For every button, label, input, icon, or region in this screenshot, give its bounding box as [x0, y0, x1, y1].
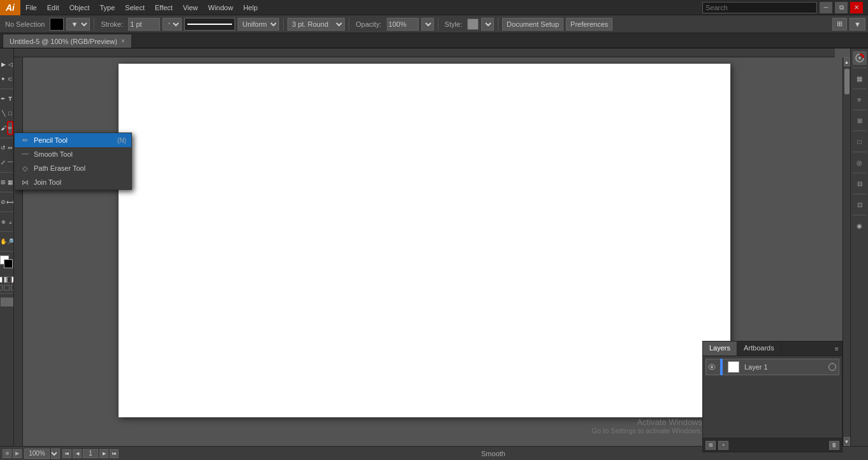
last-page-btn[interactable]: ⏭	[110, 449, 119, 458]
menu-file[interactable]: File	[20, 0, 42, 15]
layers-panel: Layers Artboards ≡ Layer 1 ⊞ + 🗑	[702, 341, 843, 452]
vertical-scrollbar[interactable]: ▲ ▼	[843, 57, 850, 446]
scale-tool-btn[interactable]: ⤢	[0, 155, 6, 169]
smooth-icon: 〰	[20, 149, 30, 159]
magic-wand-tool-btn[interactable]: ✦	[0, 72, 6, 86]
status-icon-2[interactable]: ▶	[13, 449, 22, 458]
scroll-down-btn[interactable]: ▼	[844, 437, 850, 446]
artboards-tab[interactable]: Artboards	[737, 341, 781, 356]
brush-select[interactable]: 3 pt. Round	[287, 18, 345, 31]
stroke-weight-input[interactable]	[128, 18, 160, 31]
normal-mode-btn[interactable]	[0, 285, 3, 291]
lasso-tool-btn[interactable]: ⊂	[7, 72, 13, 86]
pencil-tool-menu-item[interactable]: ✏ Pencil Tool (N)	[15, 133, 131, 147]
pencil-icon: ✏	[20, 135, 30, 145]
document-setup-button[interactable]: Document Setup	[502, 18, 563, 31]
color-swatch-btn[interactable]	[0, 277, 3, 283]
layer-visibility-toggle[interactable]	[706, 359, 718, 375]
color-panel-btn[interactable]	[853, 51, 867, 65]
tab-close-button[interactable]: ×	[121, 38, 125, 45]
none-swatch-btn[interactable]	[11, 277, 15, 283]
align-panel-btn[interactable]: ⊟	[852, 176, 867, 191]
arrange-dropdown[interactable]: ▼	[850, 18, 865, 31]
eyedropper-tool-btn[interactable]: ⊘	[0, 195, 6, 209]
stroke-type-select[interactable]: Uniform	[238, 18, 279, 31]
swatches-panel-btn[interactable]: ▦	[852, 71, 867, 86]
menu-object[interactable]: Object	[64, 0, 95, 15]
measure-tool-btn[interactable]: ⟷	[7, 195, 13, 209]
prev-page-btn[interactable]: ◀	[73, 449, 82, 458]
close-button[interactable]: ✕	[850, 2, 863, 13]
zoom-select[interactable]: ▼	[51, 449, 60, 459]
warp-tool-btn[interactable]: 〰	[7, 155, 13, 169]
opacity-select[interactable]: ▼	[421, 18, 434, 31]
type-tool-btn[interactable]: T	[7, 92, 13, 106]
selection-tool-btn[interactable]: ▶	[0, 57, 6, 71]
gradient-swatch-btn[interactable]	[4, 277, 10, 283]
join-icon: ⋈	[20, 177, 30, 187]
restore-button[interactable]: ⧉	[835, 2, 848, 13]
smooth-tool-menu-item[interactable]: 〰 Smooth Tool	[15, 147, 131, 161]
join-tool-menu-item[interactable]: ⋈ Join Tool	[15, 175, 131, 189]
delete-layer-btn[interactable]: 🗑	[829, 441, 839, 450]
fill-color-preview[interactable]	[50, 18, 64, 31]
artboard	[119, 64, 730, 417]
pathfinder-btn[interactable]: ◉	[852, 218, 867, 233]
bar-chart-tool-btn[interactable]: ▦	[7, 175, 13, 189]
draw-inside-btn[interactable]	[4, 285, 10, 291]
layers-tab[interactable]: Layers	[703, 341, 737, 356]
paintbrush-tool-btn[interactable]: 🖌	[0, 121, 6, 135]
layers-panel-menu[interactable]: ≡	[832, 341, 842, 356]
menu-effect[interactable]: Effect	[150, 0, 178, 15]
v-scroll-thumb[interactable]	[844, 69, 850, 94]
document-tab[interactable]: Untitled-5 @ 100% (RGB/Preview) ×	[3, 34, 132, 48]
style-swatch[interactable]	[467, 18, 479, 30]
hand-tool-btn[interactable]: ✋	[0, 234, 6, 248]
menu-type[interactable]: Type	[95, 0, 120, 15]
rotate-tool-btn[interactable]: ↺	[0, 141, 6, 155]
style-select[interactable]: ▼	[481, 18, 494, 31]
background-color[interactable]	[4, 259, 13, 268]
stroke-style-select[interactable]: ▼	[163, 18, 182, 31]
scroll-up-btn[interactable]: ▲	[844, 57, 850, 66]
change-screen-mode-btn[interactable]	[1, 298, 13, 306]
layer-target-circle[interactable]	[828, 363, 836, 371]
menu-help[interactable]: Help	[238, 0, 263, 15]
menu-edit[interactable]: Edit	[42, 0, 64, 15]
create-layer-btn[interactable]: +	[718, 441, 728, 450]
page-input[interactable]	[83, 449, 98, 458]
next-page-btn[interactable]: ▶	[99, 449, 108, 458]
search-input[interactable]	[702, 2, 817, 13]
menu-window[interactable]: Window	[203, 0, 238, 15]
symbols-panel-btn[interactable]: ⊞	[852, 113, 867, 128]
minimize-button[interactable]: ─	[820, 2, 832, 13]
toolbar-separator-7	[0, 251, 14, 252]
appearance-btn[interactable]: ◎	[852, 155, 867, 170]
pen-tool-btn[interactable]: ✒	[0, 92, 6, 106]
zoom-tool-btn[interactable]: 🔎	[7, 234, 13, 248]
pencil-tool-btn[interactable]: ✏	[7, 121, 13, 135]
first-page-btn[interactable]: ⏮	[62, 449, 71, 458]
transform-panel-btn[interactable]: ⊡	[852, 197, 867, 212]
symbol-tool-btn[interactable]: ⊕	[0, 215, 6, 229]
zoom-input[interactable]	[24, 449, 50, 459]
preferences-button[interactable]: Preferences	[566, 18, 612, 31]
draw-behind-btn[interactable]	[11, 285, 14, 291]
graphic-styles-btn[interactable]: □	[852, 134, 867, 149]
main-area: ▶ ◁ ✦ ⊂ ✒ T ╲ □ 🖌 ✏ ↺ ⇔ ⤢ 〰 ⊞	[0, 48, 868, 460]
menu-select[interactable]: Select	[120, 0, 150, 15]
perspective-tool-btn[interactable]: ⟁	[7, 215, 13, 229]
brush-panel-btn[interactable]: ≡	[852, 92, 867, 107]
status-icon-1[interactable]: ⊕	[3, 449, 11, 458]
line-segment-tool-btn[interactable]: ╲	[0, 106, 6, 120]
arrange-button[interactable]: ⊞	[832, 18, 847, 31]
make-sublayer-btn[interactable]: ⊞	[705, 441, 716, 450]
column-graph-tool-btn[interactable]: ⊞	[0, 175, 6, 189]
path-eraser-tool-menu-item[interactable]: ◇ Path Eraser Tool	[15, 161, 131, 175]
direct-selection-tool-btn[interactable]: ◁	[7, 57, 13, 71]
rectangle-tool-btn[interactable]: □	[7, 106, 13, 120]
mirror-tool-btn[interactable]: ⇔	[7, 141, 13, 155]
opacity-input[interactable]	[387, 18, 419, 31]
fill-select[interactable]: ▼	[66, 18, 90, 31]
menu-view[interactable]: View	[178, 0, 203, 15]
